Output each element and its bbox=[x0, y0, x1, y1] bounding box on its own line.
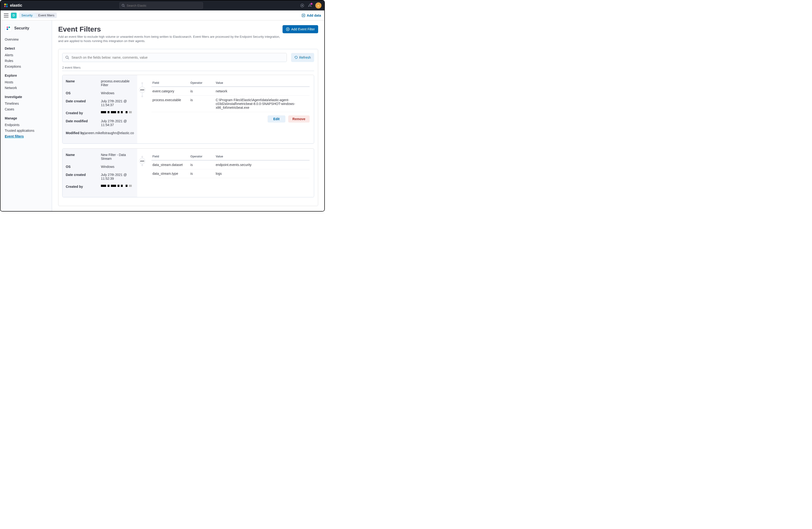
svg-line-5 bbox=[124, 6, 125, 7]
refresh-button[interactable]: Refresh bbox=[291, 53, 314, 62]
plus-circle-icon bbox=[286, 27, 290, 31]
svg-point-4 bbox=[122, 4, 124, 6]
nav-group-head: Investigate bbox=[5, 95, 47, 99]
svg-point-7 bbox=[302, 5, 303, 6]
conditions-table: FieldOperatorValuedata_stream.datasetise… bbox=[151, 153, 309, 178]
sidebar-item-alerts[interactable]: Alerts bbox=[5, 52, 47, 58]
conditions-table: FieldOperatorValueevent.categoryisnetwor… bbox=[151, 79, 309, 112]
breadcrumb: Security Event filters bbox=[19, 13, 57, 18]
breadcrumb-security[interactable]: Security bbox=[19, 13, 35, 18]
filter-search-input[interactable] bbox=[71, 56, 284, 59]
user-avatar[interactable]: n bbox=[315, 2, 321, 9]
sidebar-item-endpoints[interactable]: Endpoints bbox=[5, 122, 47, 128]
sidebar-item-exceptions[interactable]: Exceptions bbox=[5, 63, 47, 69]
news-icon[interactable] bbox=[308, 3, 312, 8]
remove-button[interactable]: Remove bbox=[288, 115, 309, 123]
sidebar: Security OverviewDetectAlertsRulesExcept… bbox=[0, 20, 52, 211]
svg-point-1 bbox=[6, 4, 8, 5]
breadcrumb-event-filters: Event filters bbox=[35, 13, 57, 18]
cell-field: data_stream.type bbox=[151, 169, 189, 178]
meta-value-redacted bbox=[101, 185, 134, 188]
sidebar-item-event-filters[interactable]: Event filters bbox=[5, 133, 47, 139]
add-data-icon bbox=[302, 14, 305, 17]
nav-group-head: Explore bbox=[5, 74, 47, 77]
filter-search[interactable] bbox=[62, 53, 287, 62]
table-row: event.categoryisnetwork bbox=[151, 87, 309, 96]
cell-operator: is bbox=[189, 169, 215, 178]
sidebar-item-timelines[interactable]: Timelines bbox=[5, 101, 47, 106]
result-count: 2 event filters bbox=[62, 65, 314, 71]
sidebar-item-overview[interactable]: Overview bbox=[5, 37, 47, 42]
help-icon[interactable] bbox=[300, 3, 304, 8]
cell-operator: is bbox=[189, 87, 215, 96]
add-data-link[interactable]: Add data bbox=[302, 14, 321, 17]
meta-value: New Filter - Data Stream bbox=[101, 153, 134, 160]
meta-label: Modified by bbox=[66, 131, 84, 135]
sidebar-title: Security bbox=[14, 26, 29, 30]
meta-label: Name bbox=[66, 153, 101, 160]
add-event-filter-button[interactable]: Add Event Filter bbox=[282, 25, 318, 33]
svg-point-0 bbox=[4, 3, 6, 5]
table-row: process.executableisC:\Program Files\Ela… bbox=[151, 96, 309, 112]
top-header: elastic n bbox=[0, 0, 324, 11]
meta-value: janeen.mikellstraughn@elastic.co bbox=[84, 131, 134, 135]
svg-point-2 bbox=[4, 6, 6, 7]
sub-header: D Security Event filters Add data bbox=[0, 11, 324, 20]
main-content: Event Filters Add Event Filter Add an ev… bbox=[52, 20, 324, 211]
meta-value: Windows bbox=[101, 91, 134, 95]
meta-label: Created by bbox=[66, 111, 101, 115]
refresh-icon bbox=[294, 56, 298, 59]
global-search[interactable] bbox=[119, 2, 203, 9]
cell-field: process.executable bbox=[151, 96, 189, 112]
col-value: Value bbox=[215, 153, 309, 160]
event-filter-card: NameNew Filter - Data StreamOSWindowsDat… bbox=[62, 148, 314, 197]
meta-value: process.executable Filter bbox=[101, 79, 134, 87]
and-badge: AND bbox=[139, 87, 145, 93]
event-filter-card: Nameprocess.executable FilterOSWindowsDa… bbox=[62, 75, 314, 144]
edit-button[interactable]: Edit bbox=[267, 115, 285, 123]
nav-group-head: Detect bbox=[5, 46, 47, 50]
brand-name: elastic bbox=[10, 3, 22, 8]
sidebar-item-trusted-applications[interactable]: Trusted applications bbox=[5, 128, 47, 133]
sidebar-item-hosts[interactable]: Hosts bbox=[5, 79, 47, 85]
sidebar-item-rules[interactable]: Rules bbox=[5, 58, 47, 63]
nav-toggle-icon[interactable] bbox=[4, 14, 9, 17]
svg-rect-12 bbox=[9, 27, 10, 28]
meta-label: Name bbox=[66, 79, 101, 87]
search-icon bbox=[65, 56, 69, 59]
cell-operator: is bbox=[189, 160, 215, 169]
meta-label: Date modified bbox=[66, 119, 101, 127]
svg-line-18 bbox=[68, 58, 69, 59]
col-operator: Operator bbox=[189, 153, 215, 160]
cell-field: event.category bbox=[151, 87, 189, 96]
and-badge: AND bbox=[139, 158, 145, 164]
meta-label: Created by bbox=[66, 185, 101, 188]
cell-value: C:\Program Files\Elastic\Agent\data\elas… bbox=[215, 96, 309, 112]
brand-logo[interactable]: elastic bbox=[3, 3, 22, 8]
security-app-icon bbox=[5, 25, 12, 32]
meta-value-redacted bbox=[101, 111, 134, 115]
meta-value: Windows bbox=[101, 165, 134, 169]
col-operator: Operator bbox=[189, 79, 215, 87]
sidebar-item-cases[interactable]: Cases bbox=[5, 106, 47, 112]
meta-label: Date created bbox=[66, 99, 101, 107]
cell-field: data_stream.dataset bbox=[151, 160, 189, 169]
notification-dot bbox=[310, 3, 313, 5]
col-value: Value bbox=[215, 79, 309, 87]
filters-panel: Refresh 2 event filters Nameprocess.exec… bbox=[58, 49, 318, 206]
meta-label: Date created bbox=[66, 173, 101, 181]
meta-value: July 27th 2021 @ 11:54:37 bbox=[101, 99, 134, 107]
svg-point-17 bbox=[66, 56, 68, 58]
sidebar-item-network[interactable]: Network bbox=[5, 85, 47, 91]
svg-rect-11 bbox=[6, 27, 8, 28]
svg-rect-13 bbox=[6, 28, 8, 30]
table-row: data_stream.typeislogs bbox=[151, 169, 309, 178]
nav-group-head: Manage bbox=[5, 116, 47, 120]
elastic-logo-icon bbox=[3, 3, 9, 8]
cell-value: network bbox=[215, 87, 309, 96]
global-search-input[interactable] bbox=[127, 4, 201, 8]
meta-value: July 27th 2021 @ 11:54:37 bbox=[101, 119, 134, 127]
cell-value: logs bbox=[215, 169, 309, 178]
space-selector[interactable]: D bbox=[11, 13, 17, 18]
col-field: Field bbox=[151, 79, 189, 87]
